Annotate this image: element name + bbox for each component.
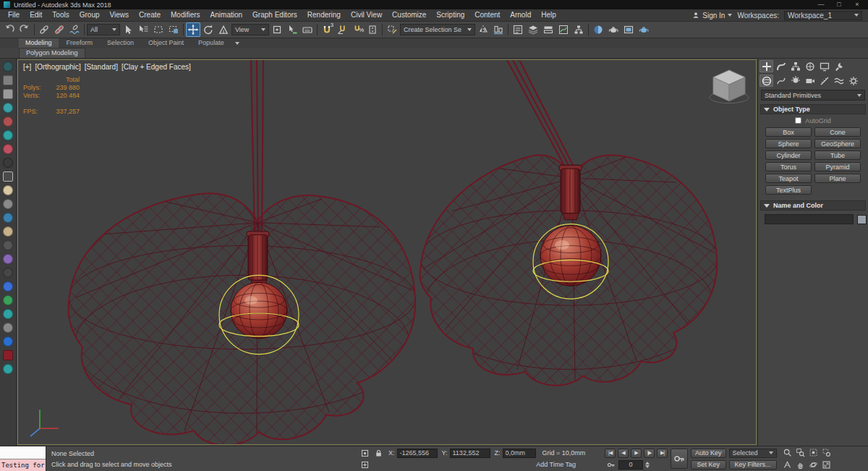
category-lights-icon[interactable] (788, 75, 802, 87)
object-type-rollout-header[interactable]: Object Type (760, 104, 866, 114)
macro-recorder-line[interactable] (0, 446, 46, 459)
category-shapes-icon[interactable] (774, 75, 788, 87)
frame-number-input[interactable] (618, 460, 643, 470)
zoom-all-icon[interactable] (795, 447, 807, 459)
set-key-toggle-button[interactable] (671, 449, 688, 469)
field-of-view-icon[interactable] (782, 459, 793, 471)
viewport-general-menu[interactable]: [+] (23, 63, 31, 71)
set-key-button[interactable]: Set Key (691, 460, 726, 470)
add-time-tag[interactable]: Add Time Tag (536, 461, 576, 468)
plane-button[interactable]: Plane (814, 174, 861, 183)
menu-customize[interactable]: Customize (387, 9, 431, 21)
ribbon-tab-populate[interactable]: Populate (192, 38, 231, 48)
rendered-frame-window-icon[interactable] (621, 22, 636, 37)
edit-named-selection-sets-icon[interactable] (385, 22, 399, 37)
viewport-scene[interactable] (18, 60, 756, 444)
sphere-primitive-icon[interactable] (3, 185, 13, 195)
viewport-shading-menu[interactable]: [Clay + Edged Faces] (122, 63, 191, 71)
cylinder-button[interactable]: Cylinder (765, 150, 812, 160)
custom-toolbar-icon-11[interactable] (3, 199, 13, 209)
box-button[interactable]: Box (765, 127, 812, 137)
selection-lock-toggle-icon[interactable] (373, 447, 384, 459)
angle-snap-icon[interactable] (335, 22, 349, 37)
bind-to-space-warp-icon[interactable] (67, 22, 82, 37)
selection-region-icon[interactable] (151, 22, 166, 37)
menu-tools[interactable]: Tools (47, 9, 74, 21)
orbit-icon[interactable] (808, 459, 820, 471)
tab-utilities-icon[interactable] (832, 60, 846, 72)
menu-create[interactable]: Create (134, 9, 166, 21)
select-and-link-icon[interactable] (37, 22, 51, 37)
select-and-rotate-icon[interactable] (201, 22, 216, 37)
lamp2-cords[interactable] (507, 60, 574, 168)
custom-toolbar-icon-22[interactable] (3, 350, 13, 360)
custom-toolbar-icon-21[interactable] (3, 336, 13, 347)
tab-hierarchy-icon[interactable] (788, 60, 802, 72)
category-spacewarps-icon[interactable] (832, 75, 846, 87)
zoom-region-icon[interactable] (821, 447, 833, 459)
autogrid-checkbox[interactable] (795, 117, 801, 124)
menu-arnold[interactable]: Arnold (505, 9, 536, 21)
custom-toolbar-icon-4[interactable] (3, 103, 13, 113)
ribbon-tab-modeling[interactable]: Modeling (19, 38, 59, 48)
custom-toolbar-icon-20[interactable] (3, 323, 13, 333)
snaps-toggle-icon[interactable]: 3 (320, 22, 334, 37)
ribbon-minimize-icon[interactable] (232, 39, 242, 48)
select-object-icon[interactable] (121, 22, 135, 37)
undo-icon[interactable] (2, 22, 17, 37)
absolute-offset-toggle-icon[interactable] (359, 459, 370, 470)
schematic-view-icon[interactable] (571, 22, 586, 37)
custom-toolbar-icon-2[interactable] (3, 75, 13, 85)
select-by-name-icon[interactable] (136, 22, 150, 37)
select-and-move-icon[interactable] (186, 22, 200, 37)
menu-content[interactable]: Content (469, 9, 505, 21)
select-and-manipulate-icon[interactable] (285, 22, 299, 37)
sphere-button[interactable]: Sphere (765, 139, 812, 148)
auto-key-button[interactable]: Auto Key (691, 449, 726, 458)
workspace-dropdown[interactable]: Workspace_1 (784, 11, 862, 20)
custom-toolbar-icon-1[interactable] (3, 61, 13, 72)
spinner-snap-icon[interactable] (365, 22, 380, 37)
frame-spinner[interactable] (645, 462, 650, 468)
toggle-ribbon-icon[interactable] (541, 22, 556, 37)
isolate-selection-toggle-icon[interactable] (359, 447, 370, 459)
viewcube[interactable] (710, 70, 749, 103)
maximize-button[interactable]: □ (832, 0, 846, 9)
key-filters-button[interactable]: Key Filters... (729, 460, 777, 470)
zoom-icon[interactable] (782, 447, 793, 459)
menu-views[interactable]: Views (105, 9, 135, 21)
menu-civil-view[interactable]: Civil View (346, 9, 387, 21)
select-and-scale-icon[interactable] (216, 22, 231, 37)
key-mode-dropdown[interactable]: Selected (729, 449, 777, 458)
menu-modifiers[interactable]: Modifiers (166, 9, 205, 21)
material-editor-icon[interactable] (591, 22, 605, 37)
name-and-color-rollout-header[interactable]: Name and Color (760, 200, 866, 211)
zoom-extents-icon[interactable] (808, 447, 820, 459)
menu-scripting[interactable]: Scripting (431, 9, 469, 21)
next-frame-button[interactable]: |▶ (644, 449, 655, 458)
custom-toolbar-icon-23[interactable] (3, 364, 13, 374)
cone-primitive-icon[interactable] (3, 226, 13, 237)
custom-toolbar-icon-18[interactable] (3, 295, 13, 305)
menu-file[interactable]: File (3, 9, 25, 21)
listener-line[interactable]: Testing for i (0, 459, 46, 471)
menu-edit[interactable]: Edit (25, 9, 47, 21)
primitives-category-dropdown[interactable]: Standard Primitives (761, 90, 865, 101)
toggle-scene-explorer-icon[interactable] (511, 22, 525, 37)
redo-icon[interactable] (17, 22, 32, 37)
custom-toolbar-icon-7[interactable] (3, 144, 13, 154)
tube-button[interactable]: Tube (814, 150, 861, 160)
custom-toolbar-icon-3[interactable] (3, 89, 13, 99)
lamp1-cords[interactable] (251, 60, 263, 239)
tab-create-icon[interactable] (760, 60, 773, 72)
render-setup-icon[interactable] (606, 22, 621, 37)
tab-display-icon[interactable] (817, 60, 831, 72)
play-button[interactable]: ▶ (631, 449, 642, 458)
y-coordinate-input[interactable] (450, 449, 490, 458)
use-pivot-center-icon[interactable] (270, 22, 284, 37)
key-mode-toggle-icon[interactable] (605, 459, 616, 470)
sign-in-button[interactable]: Sign In (692, 12, 732, 20)
z-coordinate-input[interactable] (503, 449, 536, 458)
category-geometry-icon[interactable] (760, 75, 773, 87)
percent-snap-icon[interactable]: % (350, 22, 365, 37)
